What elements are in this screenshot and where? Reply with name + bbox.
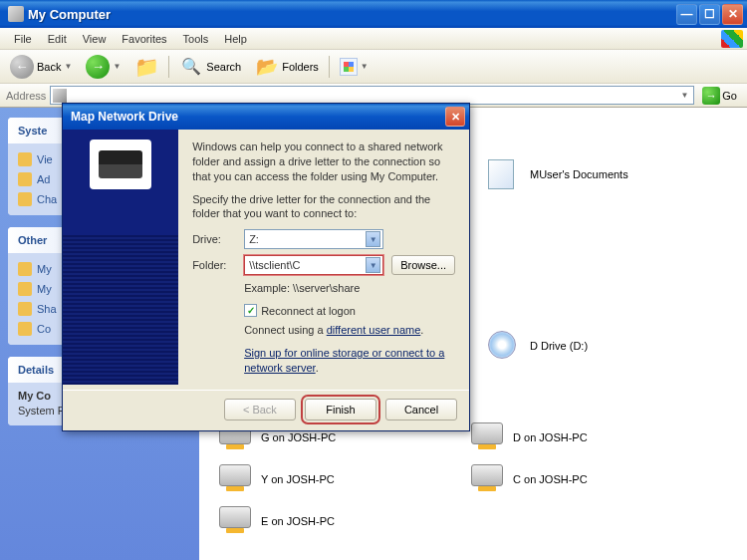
dialog-close-button[interactable]: ✕ (445, 107, 465, 127)
chevron-down-icon: ▼ (366, 257, 380, 273)
go-label: Go (722, 90, 737, 102)
folders-icon: 📂 (255, 55, 279, 79)
dialog-titlebar: Map Network Drive ✕ (63, 104, 469, 130)
dialog-title: Map Network Drive (71, 110, 445, 124)
drive-label: Drive: (192, 233, 236, 245)
task-icon (18, 152, 32, 166)
drive-value: Z: (249, 233, 259, 245)
different-user-link[interactable]: different user name (327, 324, 421, 336)
folder-value: \\tsclient\C (249, 259, 300, 271)
window-titlebar: My Computer — ☐ ✕ (0, 0, 747, 28)
folder-label: Folder: (192, 259, 236, 271)
file-label: D on JOSH-PC (513, 431, 588, 443)
task-icon (18, 322, 32, 336)
folder-combo[interactable]: \\tsclient\C ▼ (244, 255, 383, 275)
menu-file[interactable]: File (6, 31, 40, 47)
dialog-main: Windows can help you connect to a shared… (178, 130, 469, 390)
menu-tools[interactable]: Tools (175, 31, 217, 47)
task-icon (18, 282, 32, 296)
details-name: My Co (18, 390, 51, 402)
connect-using-text: Connect using a (244, 324, 327, 336)
toolbar: ← Back ▼ → ▼ 📁 🔍 Search 📂 Folders ▼ (0, 50, 747, 84)
menu-edit[interactable]: Edit (40, 31, 75, 47)
windows-flag-icon (721, 30, 743, 48)
task-icon (18, 172, 32, 186)
forward-icon: → (86, 55, 110, 79)
file-label: E on JOSH-PC (261, 515, 335, 527)
document-icon (488, 159, 514, 189)
network-drive-icon (471, 464, 503, 486)
menu-view[interactable]: View (75, 31, 115, 47)
file-label: D Drive (D:) (530, 340, 588, 352)
task-icon (18, 262, 32, 276)
chevron-down-icon: ▼ (113, 62, 121, 71)
back-button: < Back (224, 399, 296, 420)
file-label: MUser's Documents (530, 168, 628, 180)
search-button[interactable]: 🔍 Search (175, 53, 245, 81)
dialog-buttons: < Back Finish Cancel (63, 390, 469, 430)
network-drive-icon (219, 506, 251, 528)
finish-button[interactable]: Finish (305, 399, 376, 420)
network-drive-icon (471, 422, 503, 444)
file-item[interactable]: D Drive (D:) (488, 331, 737, 361)
dialog-intro-text: Windows can help you connect to a shared… (192, 140, 455, 184)
network-drive-icon (219, 464, 251, 486)
file-item[interactable]: MUser's Documents (488, 159, 737, 189)
folder-up-icon: 📁 (134, 55, 158, 79)
chevron-down-icon: ▼ (361, 62, 369, 71)
go-icon: → (702, 87, 720, 105)
file-label: Y on JOSH-PC (261, 473, 335, 485)
task-heading: Other (18, 234, 47, 246)
file-item[interactable]: E on JOSH-PC (219, 506, 468, 536)
back-icon: ← (10, 55, 34, 79)
dialog-sidebar (63, 130, 178, 385)
chevron-down-icon: ▼ (64, 62, 72, 71)
file-label: G on JOSH-PC (261, 431, 336, 443)
browse-button[interactable]: Browse... (391, 255, 455, 275)
minimize-button[interactable]: — (676, 4, 697, 25)
separator (329, 56, 330, 78)
go-button[interactable]: → Go (698, 87, 741, 105)
back-label: Back (37, 61, 61, 73)
file-label: C on JOSH-PC (513, 473, 588, 485)
task-heading: Syste (18, 125, 47, 137)
task-icon (18, 302, 32, 316)
task-icon (18, 192, 32, 206)
address-label: Address (6, 90, 46, 102)
folders-button[interactable]: 📂 Folders (251, 53, 323, 81)
up-button[interactable]: 📁 (130, 53, 162, 81)
drive-combo[interactable]: Z: ▼ (244, 229, 383, 249)
mycomputer-icon (53, 89, 67, 103)
dialog-sidebar-bg (63, 235, 178, 385)
file-item[interactable]: D on JOSH-PC (471, 422, 720, 452)
view-icon (340, 58, 358, 76)
search-label: Search (206, 61, 241, 73)
folders-label: Folders (282, 61, 319, 73)
dialog-specify-text: Specify the drive letter for the connect… (192, 192, 455, 222)
chevron-down-icon: ▼ (366, 231, 380, 247)
file-item[interactable]: C on JOSH-PC (471, 464, 720, 494)
signup-link[interactable]: Sign up for online storage or connect to… (244, 347, 444, 374)
file-item[interactable]: Y on JOSH-PC (219, 464, 468, 494)
menu-favorites[interactable]: Favorites (114, 31, 174, 47)
drive-graphic-icon (90, 140, 151, 189)
reconnect-label: Reconnect at logon (261, 305, 356, 317)
cancel-button[interactable]: Cancel (385, 399, 457, 420)
mycomputer-icon (8, 6, 24, 22)
menu-help[interactable]: Help (216, 31, 255, 47)
window-title: My Computer (28, 7, 676, 22)
reconnect-checkbox[interactable]: ✓ (244, 304, 257, 317)
close-button[interactable]: ✕ (722, 4, 743, 25)
forward-button[interactable]: → ▼ (82, 53, 124, 81)
example-text: Example: \\server\share (244, 281, 455, 296)
cd-drive-icon (488, 331, 516, 359)
task-heading: Details (18, 364, 54, 376)
view-button[interactable]: ▼ (336, 56, 373, 78)
back-button[interactable]: ← Back ▼ (6, 53, 76, 81)
separator (168, 56, 169, 78)
map-network-drive-dialog: Map Network Drive ✕ Windows can help you… (62, 103, 470, 431)
menubar: File Edit View Favorites Tools Help (0, 28, 747, 50)
maximize-button[interactable]: ☐ (699, 4, 720, 25)
search-icon: 🔍 (179, 55, 203, 79)
chevron-down-icon[interactable]: ▼ (680, 91, 688, 100)
